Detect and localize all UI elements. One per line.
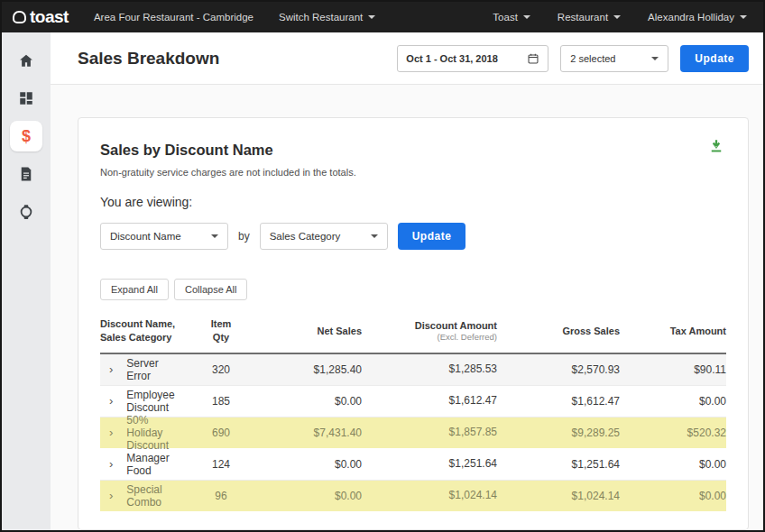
device-watch-icon xyxy=(18,204,34,220)
card-title: Sales by Discount Name xyxy=(100,142,726,159)
toast-bread-icon xyxy=(13,11,26,23)
selection-dropdown[interactable]: 2 selected xyxy=(560,45,668,72)
chevron-down-icon xyxy=(740,15,747,19)
calendar-icon xyxy=(527,52,539,65)
column-item-qty: ItemQty xyxy=(181,317,261,344)
by-label: by xyxy=(238,230,250,243)
chevron-down-icon xyxy=(368,15,375,19)
table-row[interactable]: › Server Error 320 $1,285.40 $1,285.53 $… xyxy=(100,354,726,386)
sidebar-item-sales[interactable]: $ xyxy=(10,121,42,151)
column-discount-amount: Discount Amount (Excl. Deferred) xyxy=(362,319,497,344)
viewing-label: You are viewing: xyxy=(100,195,726,209)
column-tax-amount: Tax Amount xyxy=(620,326,726,336)
page-title: Sales Breakdown xyxy=(78,49,219,69)
dashboard-icon xyxy=(18,90,34,106)
table-header-row: Discount Name, Sales Category ItemQty Ne… xyxy=(100,312,726,354)
dimension2-value: Sales Category xyxy=(270,231,341,242)
dimension1-dropdown[interactable]: Discount Name xyxy=(100,223,228,250)
expand-chevron-icon[interactable]: › xyxy=(109,458,113,470)
expand-chevron-icon[interactable]: › xyxy=(109,395,113,407)
chevron-down-icon xyxy=(651,57,659,60)
column-gross-sales: Gross Sales xyxy=(497,326,620,336)
header-update-button[interactable]: Update xyxy=(680,45,749,72)
restaurant-menu[interactable]: Restaurant xyxy=(558,12,621,23)
toast-menu[interactable]: Toast xyxy=(493,12,530,23)
chevron-down-icon xyxy=(211,234,218,238)
sidebar-item-reports[interactable] xyxy=(10,159,42,189)
toast-logo[interactable]: toast xyxy=(13,7,69,27)
collapse-all-button[interactable]: Collapse All xyxy=(174,279,247,300)
table-row-highlighted[interactable]: › 50% Holiday Discount 690 $7,431.40 $1,… xyxy=(100,417,726,449)
expand-all-button[interactable]: Expand All xyxy=(100,279,169,300)
app-window: toast Area Four Restaurant - Cambridge S… xyxy=(0,0,765,532)
chevron-down-icon xyxy=(613,15,621,19)
dimension1-value: Discount Name xyxy=(110,231,181,242)
sidebar-item-home[interactable] xyxy=(10,45,42,76)
sidebar-item-devices[interactable] xyxy=(10,197,42,227)
card-update-button[interactable]: Update xyxy=(398,223,466,250)
date-range-value: Oct 1 - Oct 31, 2018 xyxy=(406,53,498,64)
chevron-down-icon xyxy=(371,234,378,238)
left-sidebar: $ xyxy=(2,32,51,530)
date-range-picker[interactable]: Oct 1 - Oct 31, 2018 xyxy=(397,45,548,72)
card-subtitle: Non-gratuity service charges are not inc… xyxy=(100,167,726,178)
column-discount-name: Discount Name, Sales Category xyxy=(100,317,181,344)
home-icon xyxy=(18,52,34,69)
table-row[interactable]: › Employee Discount 185 $0.00 $1,612.47 … xyxy=(100,386,726,417)
selection-value: 2 selected xyxy=(570,53,615,64)
table-row-highlighted[interactable]: › Special Combo 96 $0.00 $1,024.14 $1,02… xyxy=(100,481,726,512)
sidebar-item-dashboard[interactable] xyxy=(10,83,42,114)
reports-document-icon xyxy=(18,166,34,182)
dimension2-dropdown[interactable]: Sales Category xyxy=(260,223,388,250)
download-icon[interactable] xyxy=(708,138,724,154)
toast-logo-text: toast xyxy=(30,7,69,27)
expand-chevron-icon[interactable]: › xyxy=(109,490,113,501)
sales-dollar-icon: $ xyxy=(22,127,31,146)
switch-restaurant-menu[interactable]: Switch Restaurant xyxy=(279,12,375,23)
user-account-menu[interactable]: Alexandra Holliday xyxy=(648,12,747,23)
chevron-down-icon xyxy=(523,15,530,19)
expand-chevron-icon[interactable]: › xyxy=(109,427,113,438)
discount-table: Discount Name, Sales Category ItemQty Ne… xyxy=(100,312,726,512)
page-header: Sales Breakdown Oct 1 - Oct 31, 2018 2 s… xyxy=(51,32,763,85)
top-navigation-bar: toast Area Four Restaurant - Cambridge S… xyxy=(2,2,763,32)
current-restaurant-label: Area Four Restaurant - Cambridge xyxy=(94,12,253,23)
column-net-sales: Net Sales xyxy=(261,326,362,336)
table-row[interactable]: › Manager Food 124 $0.00 $1,251.64 $1,25… xyxy=(100,449,726,481)
sales-by-discount-card: Sales by Discount Name Non-gratuity serv… xyxy=(78,117,749,530)
expand-chevron-icon[interactable]: › xyxy=(109,363,113,375)
